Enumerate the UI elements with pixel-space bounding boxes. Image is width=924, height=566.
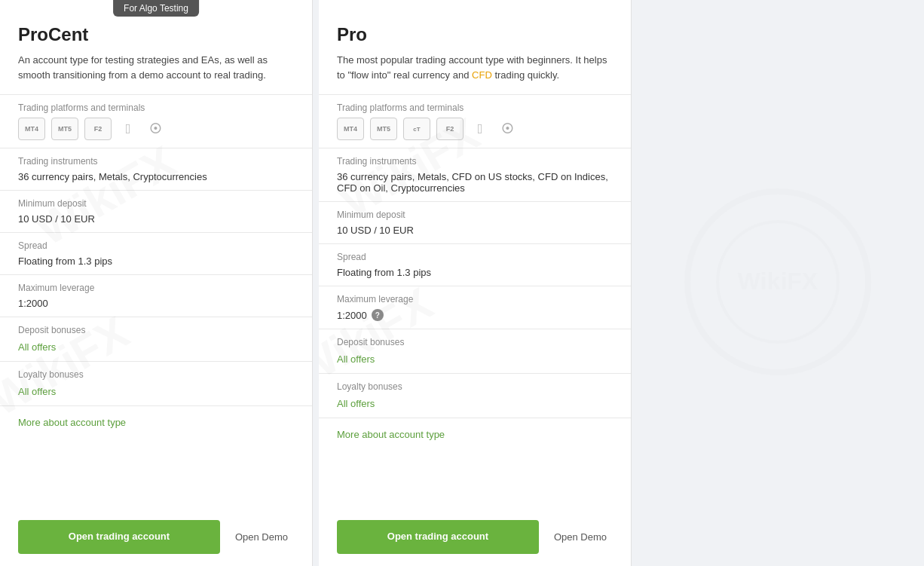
leverage-section-procent: Maximum leverage 1:2000 xyxy=(0,274,312,317)
mt5-icon-procent: MT5 xyxy=(51,118,78,140)
cfd-highlight: CFD xyxy=(472,69,492,81)
more-link-pro: More about account type xyxy=(319,418,631,450)
platforms-row-pro: MT4 MT5 cT F2  ☉ xyxy=(337,118,613,140)
loyalty-bonus-label-pro: Loyalty bonuses xyxy=(337,381,613,392)
spread-section-procent: Spread Floating from 1.3 pips xyxy=(0,232,312,274)
more-link-anchor-pro[interactable]: More about account type xyxy=(337,429,445,440)
deposit-bonus-link-pro[interactable]: All offers xyxy=(337,353,375,365)
leverage-info-icon-pro[interactable]: ? xyxy=(372,309,384,321)
android-icon-procent: ☉ xyxy=(145,118,166,139)
leverage-label-procent: Maximum leverage xyxy=(18,283,294,293)
leverage-value-procent: 1:2000 xyxy=(18,298,48,309)
platforms-section-procent: Trading platforms and terminals MT4 MT5 … xyxy=(0,94,312,148)
min-deposit-section-pro: Minimum deposit 10 USD / 10 EUR xyxy=(319,201,631,243)
spread-label-pro: Spread xyxy=(337,252,613,262)
deposit-bonus-section-procent: Deposit bonuses All offers xyxy=(0,317,312,361)
loyalty-bonus-label-procent: Loyalty bonuses xyxy=(18,369,294,380)
badge-algo-testing: For Algo Testing xyxy=(113,0,199,17)
card-footer-pro: Open trading account Open Demo xyxy=(319,508,631,566)
card-title-pro: Pro xyxy=(337,24,613,45)
platforms-row-procent: MT4 MT5 F2  ☉ xyxy=(18,118,294,140)
leverage-value-pro: 1:2000 xyxy=(337,310,367,321)
loyalty-bonus-section-procent: Loyalty bonuses All offers xyxy=(0,361,312,405)
third-area-watermark: WikiFX xyxy=(665,169,891,398)
instruments-value-pro: 36 currency pairs, Metals, CFD on US sto… xyxy=(337,171,613,194)
card-procent: WikiFX WikiFX For Algo Testing ProCent A… xyxy=(0,0,313,566)
deposit-bonus-label-procent: Deposit bonuses xyxy=(18,325,294,335)
card-title-procent: ProCent xyxy=(18,24,294,45)
open-demo-button-procent[interactable]: Open Demo xyxy=(229,531,294,543)
leverage-label-pro: Maximum leverage xyxy=(337,294,613,304)
open-trading-account-button-pro[interactable]: Open trading account xyxy=(337,520,539,554)
loyalty-bonus-link-pro[interactable]: All offers xyxy=(337,398,375,409)
spread-label-procent: Spread xyxy=(18,240,294,251)
loyalty-bonus-section-pro: Loyalty bonuses All offers xyxy=(319,373,631,418)
svg-point-0 xyxy=(687,191,868,372)
min-deposit-label-pro: Minimum deposit xyxy=(337,210,613,220)
svg-point-1 xyxy=(717,222,838,342)
open-trading-account-button-procent[interactable]: Open trading account xyxy=(18,520,220,554)
leverage-section-pro: Maximum leverage 1:2000 ? xyxy=(319,286,631,329)
leverage-row-pro: 1:2000 ? xyxy=(337,309,613,321)
instruments-label-pro: Trading instruments xyxy=(337,156,613,167)
f2-icon-procent: F2 xyxy=(84,118,112,140)
platforms-label-procent: Trading platforms and terminals xyxy=(18,102,294,113)
instruments-section-procent: Trading instruments 36 currency pairs, M… xyxy=(0,148,312,190)
android-icon-pro: ☉ xyxy=(497,118,518,139)
spread-value-pro: Floating from 1.3 pips xyxy=(337,267,613,278)
open-demo-button-pro[interactable]: Open Demo xyxy=(548,531,613,543)
card-footer-procent: Open trading account Open Demo xyxy=(0,508,312,566)
more-link-anchor-procent[interactable]: More about account type xyxy=(18,417,126,428)
platforms-label-pro: Trading platforms and terminals xyxy=(337,102,613,113)
svg-text:WikiFX: WikiFX xyxy=(738,268,818,295)
ios-icon-pro:  xyxy=(470,118,491,139)
mt4-icon-procent: MT4 xyxy=(18,118,45,140)
card-description-pro: The most popular trading account type wi… xyxy=(337,53,613,82)
cards-container: WikiFX WikiFX For Algo Testing ProCent A… xyxy=(0,0,924,566)
more-link-procent: More about account type xyxy=(0,405,312,438)
platforms-section-pro: Trading platforms and terminals MT4 MT5 … xyxy=(319,94,631,148)
mt4-icon-pro: MT4 xyxy=(337,118,364,140)
instruments-section-pro: Trading instruments 36 currency pairs, M… xyxy=(319,148,631,201)
f2-icon-pro: F2 xyxy=(436,118,464,140)
card-description-procent: An account type for testing strategies a… xyxy=(18,53,294,82)
min-deposit-value-procent: 10 USD / 10 EUR xyxy=(18,213,294,225)
ios-icon-procent:  xyxy=(118,118,139,139)
instruments-value-procent: 36 currency pairs, Metals, Cryptocurrenc… xyxy=(18,171,294,182)
card-header-pro: Pro The most popular trading account typ… xyxy=(319,0,631,94)
min-deposit-label-procent: Minimum deposit xyxy=(18,198,294,209)
third-card-area: WikiFX xyxy=(632,0,924,566)
mt5-icon-pro: MT5 xyxy=(370,118,397,140)
min-deposit-section-procent: Minimum deposit 10 USD / 10 EUR xyxy=(0,190,312,232)
card-pro: WikiFX WikiFX Pro The most popular tradi… xyxy=(319,0,632,566)
loyalty-bonus-link-procent[interactable]: All offers xyxy=(18,386,56,397)
deposit-bonus-link-procent[interactable]: All offers xyxy=(18,341,56,353)
spread-value-procent: Floating from 1.3 pips xyxy=(18,255,294,267)
deposit-bonus-section-pro: Deposit bonuses All offers xyxy=(319,329,631,373)
deposit-bonus-label-pro: Deposit bonuses xyxy=(337,337,613,347)
ct-icon-pro: cT xyxy=(403,118,430,140)
spread-section-pro: Spread Floating from 1.3 pips xyxy=(319,243,631,286)
instruments-label-procent: Trading instruments xyxy=(18,156,294,167)
min-deposit-value-pro: 10 USD / 10 EUR xyxy=(337,225,613,236)
leverage-row-procent: 1:2000 xyxy=(18,298,294,309)
